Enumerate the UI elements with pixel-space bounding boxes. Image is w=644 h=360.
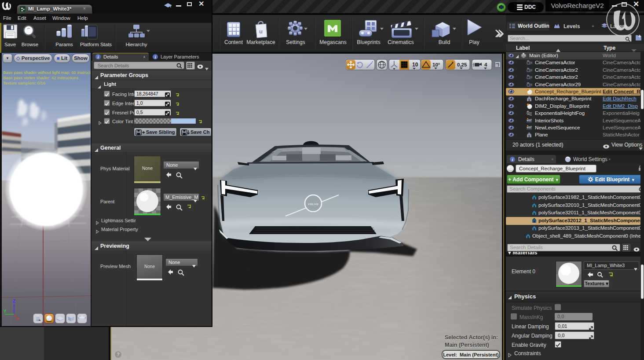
svg-text:VOLVO: VOLVO — [308, 203, 319, 206]
svg-text:Base pass shader without light: Base pass shader without light map: 60 i… — [3, 70, 91, 75]
svg-text:Blueprints: Blueprints — [357, 39, 380, 45]
svg-text:10: 10 — [412, 62, 418, 68]
svg-text:Y: Y — [4, 309, 7, 314]
svg-text:Build: Build — [439, 39, 450, 45]
svg-text:Params: Params — [55, 42, 73, 47]
svg-text:10°: 10° — [432, 62, 440, 67]
svg-text:Base pass vertex shader: 42 in: Base pass vertex shader: 42 instructions — [3, 75, 78, 80]
svg-text:Hierarchy: Hierarchy — [125, 42, 147, 47]
svg-text:Browse: Browse — [22, 42, 38, 47]
svg-text:Megascans: Megascans — [319, 39, 346, 45]
svg-text:Play: Play — [469, 39, 479, 45]
svg-text:Content: Content — [224, 39, 243, 45]
svg-text:X: X — [16, 317, 19, 320]
svg-text:0,25: 0,25 — [457, 62, 467, 67]
svg-text:Cinematics: Cinematics — [388, 39, 413, 45]
svg-text:Platform Stats: Platform Stats — [80, 42, 112, 47]
svg-text:Settings: Settings — [286, 39, 305, 45]
svg-text:4: 4 — [484, 62, 487, 67]
svg-text:u: u — [259, 28, 263, 35]
svg-text:Texture samplers: 0/16: Texture samplers: 0/16 — [3, 81, 45, 85]
svg-text:Marketplace: Marketplace — [246, 39, 275, 45]
svg-text:Save: Save — [4, 42, 16, 47]
svg-text:Z: Z — [13, 299, 15, 304]
